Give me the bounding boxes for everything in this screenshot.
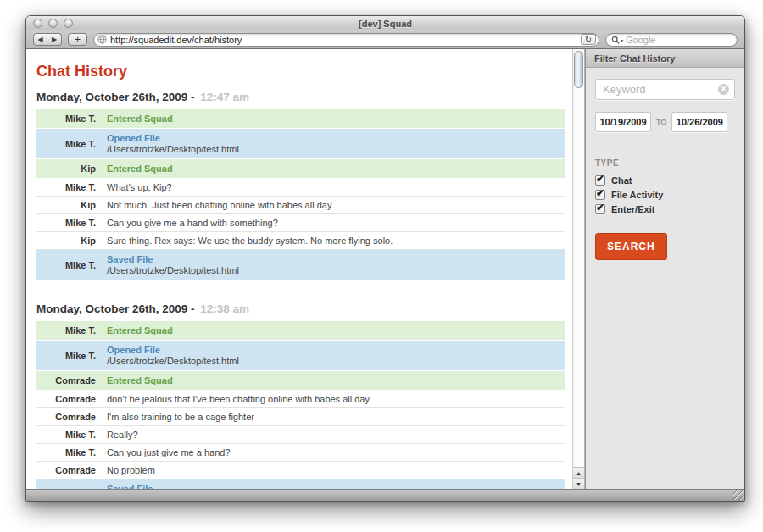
- checkbox-enter-exit[interactable]: ✔ Enter/Exit: [595, 204, 735, 214]
- scroll-up-icon: ▲: [576, 470, 582, 476]
- section-header: Monday, October 26th, 2009 - 12:47 am: [36, 91, 565, 103]
- keyword-input[interactable]: [595, 79, 735, 100]
- clear-keyword-icon[interactable]: ✕: [718, 84, 729, 95]
- chat-row-name: Mike T.: [36, 429, 96, 440]
- chat-history-page: Chat History Monday, October 26th, 2009 …: [26, 49, 572, 489]
- chat-row-name: Comrade: [36, 412, 96, 422]
- section-date: Monday, October 26th, 2009 -: [36, 91, 195, 103]
- chat-row-chat: ComradeI'm also training to be a cage fi…: [36, 408, 565, 426]
- resize-grip-icon[interactable]: [733, 490, 744, 500]
- chat-row-message: Sure thing. Rex says: We use the buddy s…: [107, 236, 565, 246]
- date-from-input[interactable]: [595, 112, 651, 132]
- window-titlebar: [dev] Squad: [26, 16, 744, 30]
- chat-row-name: Kip: [36, 200, 96, 210]
- chat-row-enter: ComradeEntered Squad: [36, 371, 565, 391]
- chat-row-message: Can you just give me a hand?: [107, 447, 565, 457]
- chat-row-file: Mike T.Saved File/Users/trotzke/Desktop/…: [36, 479, 565, 489]
- chat-checkbox-label: Chat: [611, 175, 632, 186]
- check-icon: ✔: [596, 202, 604, 213]
- scrollbar-thumb[interactable]: [574, 51, 583, 88]
- section-time: 12:47 am: [198, 91, 250, 103]
- chat-row-message: Saved File/Users/trotzke/Desktop/test.ht…: [107, 254, 565, 275]
- chat-row-name: Mike T.: [36, 139, 96, 149]
- chat-row-message: Entered Squad: [107, 375, 565, 385]
- chat-row-name: Comrade: [36, 465, 96, 475]
- chat-row-name: Comrade: [36, 375, 96, 385]
- to-label: TO: [656, 118, 666, 126]
- chat-row-chat: Comradedon't be jealous that I've been c…: [36, 391, 565, 408]
- section-header: Monday, October 26th, 2009 - 12:38 am: [36, 302, 565, 315]
- chat-row-name: Mike T.: [36, 260, 96, 270]
- filter-sidebar: Filter Chat History ✕ TO TYPE ✔ C: [585, 49, 744, 489]
- search-button[interactable]: SEARCH: [595, 233, 667, 260]
- close-window-button[interactable]: [33, 19, 42, 28]
- chat-row-enter: Mike T.Entered Squad: [36, 109, 565, 129]
- back-button[interactable]: ◀: [33, 33, 47, 46]
- window-title: [dev] Squad: [26, 19, 744, 29]
- chevron-down-icon: ▾: [621, 37, 623, 43]
- chat-row-message: What's up, Kip?: [107, 182, 565, 192]
- section-time: 12:38 am: [198, 302, 250, 315]
- chat-row-file: Mike T.Opened File/Users/trotzke/Desktop…: [36, 341, 565, 371]
- chat-row-name: Mike T.: [36, 447, 96, 457]
- status-bar: [26, 489, 744, 501]
- chat-row-file: Mike T.Saved File/Users/trotzke/Desktop/…: [36, 250, 565, 280]
- chat-rows: Mike T.Entered SquadMike T.Opened File/U…: [36, 109, 565, 280]
- chat-row-message: Really?: [107, 429, 565, 440]
- chat-row-chat: ComradeNo problem: [36, 462, 565, 479]
- chat-row-message: Opened File/Users/trotzke/Desktop/test.h…: [107, 133, 565, 154]
- chat-row-name: Mike T.: [36, 182, 96, 192]
- chat-row-name: Comrade: [36, 394, 96, 404]
- new-tab-button[interactable]: +: [68, 33, 87, 46]
- file-activity-checkbox[interactable]: ✔: [595, 190, 605, 200]
- chat-row-message: No problem: [107, 465, 565, 475]
- reload-button[interactable]: ↻: [581, 34, 596, 45]
- sidebar-divider: [595, 147, 735, 147]
- address-bar[interactable]: ↻: [93, 33, 599, 47]
- chat-row-message: Entered Squad: [107, 163, 565, 174]
- chat-row-chat: KipSure thing. Rex says: We use the budd…: [36, 232, 565, 250]
- chat-row-name: Mike T.: [36, 351, 96, 361]
- search-icon: [611, 36, 620, 44]
- browser-toolbar: ◀ ▶ + ↻ ▾: [26, 30, 744, 49]
- chat-day-section: Monday, October 26th, 2009 - 12:38 am Mi…: [36, 302, 565, 489]
- enter-exit-checkbox[interactable]: ✔: [595, 204, 605, 214]
- chat-row-message: Can you give me a hand with something?: [107, 218, 565, 228]
- forward-arrow-icon: ▶: [52, 36, 57, 43]
- chat-row-enter: KipEntered Squad: [36, 159, 565, 179]
- chat-row-name: Mike T.: [36, 218, 96, 228]
- scroll-down-icon: ▼: [576, 481, 582, 487]
- file-activity-checkbox-label: File Activity: [611, 190, 663, 200]
- chat-sections: Monday, October 26th, 2009 - 12:47 am Mi…: [36, 91, 565, 489]
- sidebar-header: Filter Chat History: [586, 49, 744, 68]
- scroll-up-button[interactable]: ▲: [573, 467, 584, 478]
- google-search-input[interactable]: [626, 35, 730, 45]
- google-search-field[interactable]: ▾: [605, 33, 738, 47]
- chat-row-chat: Mike T.Can you give me a hand with somet…: [36, 214, 565, 232]
- vertical-scrollbar[interactable]: ▲ ▼: [572, 49, 585, 489]
- chat-row-file: Mike T.Opened File/Users/trotzke/Desktop…: [36, 129, 565, 159]
- checkbox-chat[interactable]: ✔ Chat: [595, 175, 735, 186]
- chat-checkbox[interactable]: ✔: [595, 175, 605, 186]
- scroll-down-button[interactable]: ▼: [573, 478, 584, 489]
- reload-icon: ↻: [585, 35, 592, 44]
- page-title: Chat History: [36, 63, 565, 80]
- checkbox-file-activity[interactable]: ✔ File Activity: [595, 190, 735, 200]
- section-date: Monday, October 26th, 2009 -: [36, 302, 195, 315]
- date-to-input[interactable]: [671, 112, 727, 132]
- type-label: TYPE: [595, 158, 735, 168]
- chat-row-chat: KipNot much. Just been chatting online w…: [36, 197, 565, 214]
- chat-day-section: Monday, October 26th, 2009 - 12:47 am Mi…: [36, 91, 565, 280]
- chat-row-chat: Mike T.Can you just give me a hand?: [36, 444, 565, 462]
- chat-rows: Mike T.Entered SquadMike T.Opened File/U…: [36, 321, 565, 489]
- url-input[interactable]: [110, 35, 581, 45]
- chat-row-name: Mike T.: [36, 325, 96, 335]
- chat-row-message: I'm also training to be a cage fighter: [107, 412, 565, 422]
- globe-icon: [97, 35, 107, 44]
- chat-row-name: Mike T.: [36, 114, 96, 124]
- forward-button[interactable]: ▶: [47, 33, 62, 46]
- zoom-window-button[interactable]: [64, 19, 73, 28]
- minimize-window-button[interactable]: [48, 19, 58, 28]
- chat-row-chat: Mike T.Really?: [36, 426, 565, 444]
- chat-row-enter: Mike T.Entered Squad: [36, 321, 565, 341]
